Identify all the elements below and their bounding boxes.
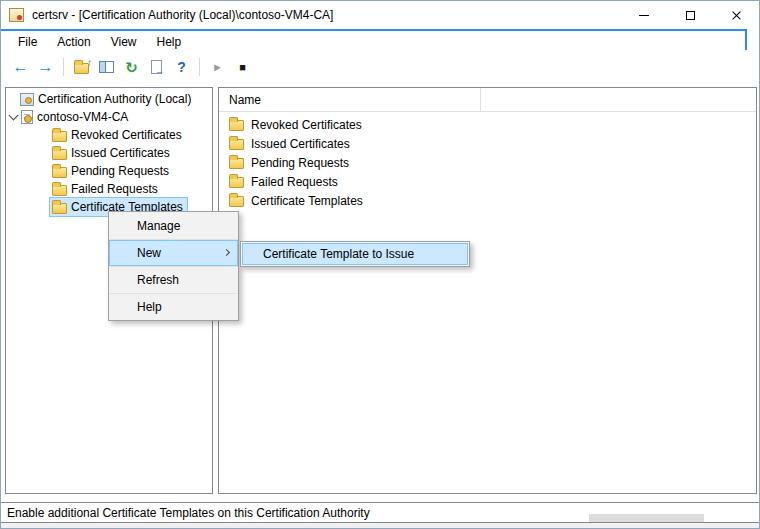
chevron-down-icon[interactable] (9, 111, 19, 121)
list-column-header-name[interactable]: Name (219, 88, 756, 112)
menu-help[interactable]: Help (147, 31, 192, 53)
folder-icon (229, 139, 244, 150)
start-service-button[interactable]: ► (206, 56, 229, 78)
window-title: certsrv - [Certification Authority (Loca… (32, 8, 333, 22)
list-item-label: Issued Certificates (251, 137, 350, 151)
tree-node-revoked-certificates[interactable]: Revoked Certificates (50, 126, 186, 144)
tree-node-certification-authority[interactable]: Certification Authority (Local) (20, 90, 191, 108)
folder-icon (229, 177, 244, 188)
maximize-icon (686, 11, 695, 20)
menu-item-label: Certificate Template to Issue (263, 247, 414, 261)
status-bar-panel (589, 514, 704, 522)
toolbar: ← → ↑ ↻ → ? ► ■ (1, 53, 743, 81)
window-accent-line-vertical (745, 29, 747, 50)
list-item-label: Certificate Templates (251, 194, 363, 208)
tree-node-label: Certification Authority (Local) (38, 92, 191, 106)
window-controls (621, 1, 759, 29)
menu-bar: File Action View Help (1, 31, 743, 53)
folder-icon (52, 203, 67, 214)
list-item-label: Failed Requests (251, 175, 338, 189)
tree-node-label: Pending Requests (71, 164, 169, 178)
column-separator[interactable] (480, 88, 481, 112)
list-item-label: Pending Requests (251, 156, 349, 170)
ca-icon (21, 110, 33, 124)
certsrv-window: { "window": { "title": "certsrv - [Certi… (0, 0, 760, 529)
stop-service-icon: ■ (239, 62, 246, 73)
show-hide-console-tree-button[interactable] (95, 56, 118, 78)
back-icon: ← (13, 59, 29, 75)
menu-view[interactable]: View (101, 31, 147, 53)
tree-node-ca[interactable]: contoso-VM4-CA (10, 108, 128, 126)
context-menu-item-new[interactable]: New (109, 239, 238, 266)
menu-item-label: New (137, 246, 161, 260)
list-item-label: Revoked Certificates (251, 118, 362, 132)
folder-icon (229, 196, 244, 207)
list-item-certificate-templates[interactable]: Certificate Templates (223, 191, 363, 210)
menu-item-label: Help (137, 300, 162, 314)
status-text: Enable additional Certificate Templates … (7, 506, 370, 520)
minimize-button[interactable] (621, 1, 667, 29)
refresh-button[interactable]: ↻ (120, 56, 143, 78)
up-one-level-button[interactable]: ↑ (70, 56, 93, 78)
export-list-button[interactable]: → (145, 56, 168, 78)
start-service-icon: ► (212, 62, 223, 73)
folder-icon (52, 131, 67, 142)
close-icon (731, 10, 742, 21)
help-button[interactable]: ? (170, 56, 193, 78)
menu-item-label: Manage (137, 219, 180, 233)
up-one-level-icon: ↑ (74, 63, 89, 74)
list-item-issued-certificates[interactable]: Issued Certificates (223, 134, 350, 153)
tree-node-label: Issued Certificates (71, 146, 170, 160)
help-icon: ? (177, 60, 186, 74)
export-arrow-icon: → (155, 67, 164, 76)
minimize-icon (639, 15, 649, 16)
export-list-icon: → (151, 60, 162, 74)
status-bar: Enable additional Certificate Templates … (1, 502, 759, 523)
up-arrow-icon: ↑ (87, 58, 92, 68)
tree-node-label: Failed Requests (71, 182, 158, 196)
tree-node-issued-certificates[interactable]: Issued Certificates (50, 144, 174, 162)
tree-node-label: contoso-VM4-CA (37, 110, 128, 124)
context-menu-item-manage[interactable]: Manage (109, 212, 238, 239)
title-bar: certsrv - [Certification Authority (Loca… (1, 1, 759, 29)
maximize-button[interactable] (667, 1, 713, 29)
menu-file[interactable]: File (8, 31, 47, 53)
back-button[interactable]: ← (9, 56, 32, 78)
new-submenu: Certificate Template to Issue (240, 241, 470, 267)
refresh-icon: ↻ (125, 60, 138, 75)
folder-icon (229, 158, 244, 169)
app-icon (9, 8, 24, 22)
list-item-pending-requests[interactable]: Pending Requests (223, 153, 349, 172)
folder-icon (229, 120, 244, 131)
column-header-label: Name (229, 93, 261, 107)
folder-icon (52, 185, 67, 196)
forward-button[interactable]: → (34, 56, 57, 78)
context-menu-item-help[interactable]: Help (109, 293, 238, 320)
forward-icon: → (38, 59, 54, 75)
tree-node-pending-requests[interactable]: Pending Requests (50, 162, 173, 180)
stop-service-button[interactable]: ■ (231, 56, 254, 78)
toolbar-separator (199, 58, 200, 76)
tree-node-failed-requests[interactable]: Failed Requests (50, 180, 162, 198)
console-tree-icon (99, 61, 114, 73)
certification-authority-icon (20, 93, 34, 106)
tree-node-label: Revoked Certificates (71, 128, 182, 142)
folder-icon (52, 149, 67, 160)
list-item-revoked-certificates[interactable]: Revoked Certificates (223, 115, 362, 134)
context-menu-item-refresh[interactable]: Refresh (109, 266, 238, 293)
list-item-failed-requests[interactable]: Failed Requests (223, 172, 338, 191)
menu-item-label: Refresh (137, 273, 179, 287)
folder-icon (52, 167, 67, 178)
toolbar-separator (63, 58, 64, 76)
submenu-arrow-icon (223, 249, 230, 256)
close-button[interactable] (713, 1, 759, 29)
results-pane: Name Revoked Certificates Issued Certifi… (218, 87, 757, 494)
context-menu: Manage New Refresh Help (108, 211, 239, 321)
window-frame-bottom (1, 523, 759, 529)
submenu-item-certificate-template-to-issue[interactable]: Certificate Template to Issue (242, 243, 468, 265)
menu-action[interactable]: Action (47, 31, 100, 53)
